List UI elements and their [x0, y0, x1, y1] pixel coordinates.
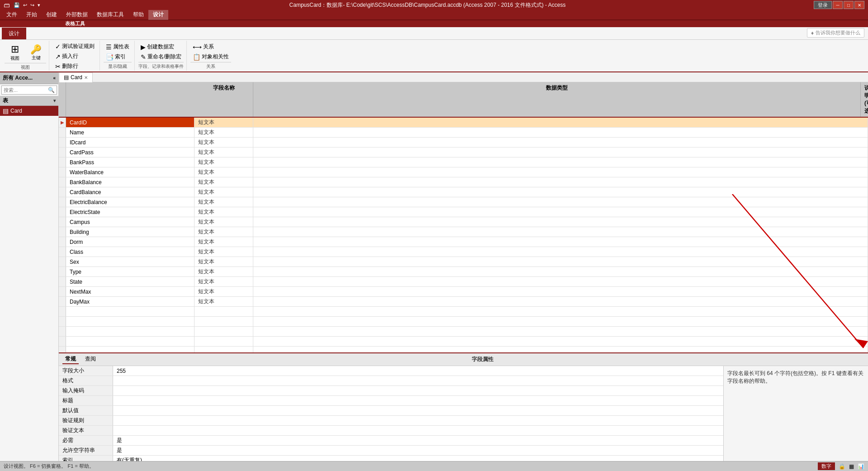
- field-name-cell[interactable]: [66, 317, 194, 326]
- field-name-cell[interactable]: Campus: [66, 217, 194, 227]
- field-name-cell[interactable]: Building: [66, 227, 194, 237]
- table-row[interactable]: Type 短文本: [59, 267, 868, 277]
- table-row-empty[interactable]: [59, 337, 868, 347]
- table-row[interactable]: Campus 短文本: [59, 217, 868, 227]
- data-type-cell[interactable]: 短文本: [194, 128, 253, 137]
- table-row[interactable]: ElectricState 短文本: [59, 207, 868, 217]
- create-macro-button[interactable]: ▶ 创建数据宏: [138, 42, 184, 52]
- nav-search-box[interactable]: 🔍: [1, 86, 57, 95]
- field-name-cell[interactable]: BankBalance: [66, 177, 194, 187]
- object-dependencies-button[interactable]: 📋 对象相关性: [190, 52, 231, 62]
- data-type-cell[interactable]: 短文本: [194, 138, 253, 147]
- table-row-empty[interactable]: [59, 307, 868, 317]
- table-row[interactable]: ElectricBalance 短文本: [59, 197, 868, 207]
- close-button[interactable]: ✕: [854, 1, 864, 9]
- data-type-cell[interactable]: [194, 327, 253, 336]
- undo-quick-btn[interactable]: ↩: [22, 1, 28, 9]
- table-row-empty[interactable]: [59, 317, 868, 327]
- table-body[interactable]: ▶ CardID 短文本 Name 短文本 IDcard 短文本: [59, 118, 868, 352]
- desc-cell[interactable]: [253, 307, 868, 316]
- qa-dropdown-btn[interactable]: ▾: [37, 1, 41, 9]
- minimize-button[interactable]: ─: [833, 1, 843, 9]
- data-type-cell[interactable]: 短文本: [194, 237, 253, 247]
- document-tab-card[interactable]: ▤ Card ✕: [59, 72, 93, 82]
- menu-help[interactable]: 帮助: [128, 10, 148, 20]
- table-row[interactable]: NextMax 短文本: [59, 287, 868, 297]
- desc-cell[interactable]: [253, 267, 868, 276]
- table-row[interactable]: CardPass 短文本: [59, 147, 868, 157]
- field-name-cell[interactable]: WaterBalance: [66, 167, 194, 177]
- nav-section-collapse-icon[interactable]: ▾: [53, 98, 56, 103]
- redo-quick-btn[interactable]: ↪: [29, 1, 35, 9]
- data-type-cell[interactable]: 短文本: [194, 187, 253, 197]
- desc-cell[interactable]: [253, 147, 868, 157]
- menu-design[interactable]: 设计: [148, 10, 168, 20]
- fp-value[interactable]: [113, 376, 723, 385]
- fp-value[interactable]: [113, 406, 723, 415]
- field-name-cell[interactable]: State: [66, 277, 194, 286]
- data-type-cell[interactable]: 短文本: [194, 227, 253, 237]
- menu-external-data[interactable]: 外部数据: [62, 10, 92, 20]
- data-type-cell[interactable]: [194, 337, 253, 346]
- desc-cell[interactable]: [253, 277, 868, 286]
- table-row[interactable]: IDcard 短文本: [59, 138, 868, 147]
- table-row[interactable]: ▶ CardID 短文本: [59, 118, 868, 128]
- table-row-empty[interactable]: [59, 347, 868, 352]
- desc-cell[interactable]: [253, 217, 868, 227]
- table-row[interactable]: WaterBalance 短文本: [59, 167, 868, 177]
- field-name-cell[interactable]: NextMax: [66, 287, 194, 296]
- login-button[interactable]: 登录: [814, 1, 832, 9]
- data-type-cell[interactable]: 短文本: [194, 118, 253, 127]
- nav-header[interactable]: 所有 Acce... «: [0, 72, 58, 84]
- field-name-cell[interactable]: CardID: [66, 118, 194, 127]
- field-name-cell[interactable]: DayMax: [66, 297, 194, 306]
- data-type-cell[interactable]: 短文本: [194, 247, 253, 257]
- fp-value[interactable]: 是: [113, 436, 723, 445]
- data-type-cell[interactable]: [194, 347, 253, 352]
- desc-cell[interactable]: [253, 187, 868, 197]
- data-type-cell[interactable]: [194, 307, 253, 316]
- desc-cell[interactable]: [253, 317, 868, 326]
- search-icon[interactable]: 🔍: [46, 86, 57, 94]
- field-name-cell[interactable]: [66, 347, 194, 352]
- tell-me-input[interactable]: ♦ 告诉我你想要做什么: [807, 28, 864, 38]
- menu-db-tools[interactable]: 数据库工具: [92, 10, 128, 20]
- desc-cell[interactable]: [253, 227, 868, 237]
- field-name-cell[interactable]: [66, 327, 194, 336]
- desc-cell[interactable]: [253, 197, 868, 207]
- nav-item-card[interactable]: ▤ Card: [0, 106, 58, 116]
- primary-key-button[interactable]: 🔑 主键: [26, 42, 46, 62]
- table-row[interactable]: Sex 短文本: [59, 257, 868, 267]
- field-name-cell[interactable]: IDcard: [66, 138, 194, 147]
- view-button[interactable]: ⊞ 视图: [5, 42, 25, 63]
- desc-cell[interactable]: [253, 167, 868, 177]
- data-type-cell[interactable]: 短文本: [194, 277, 253, 286]
- field-name-cell[interactable]: ElectricState: [66, 207, 194, 217]
- desc-cell[interactable]: [253, 128, 868, 137]
- index-button[interactable]: 📑 索引: [104, 52, 132, 62]
- field-name-cell[interactable]: CardBalance: [66, 187, 194, 197]
- data-type-cell[interactable]: 短文本: [194, 147, 253, 157]
- property-sheet-button[interactable]: ☰ 属性表: [104, 42, 132, 52]
- table-row[interactable]: Name 短文本: [59, 128, 868, 138]
- search-input[interactable]: [2, 86, 46, 94]
- desc-cell[interactable]: [253, 138, 868, 147]
- data-type-cell[interactable]: 短文本: [194, 257, 253, 266]
- fp-value[interactable]: [113, 416, 723, 425]
- maximize-button[interactable]: □: [844, 1, 854, 9]
- delete-row-button[interactable]: ✂ 删除行: [53, 62, 97, 71]
- fp-tab-general[interactable]: 常规: [62, 355, 79, 364]
- field-name-cell[interactable]: ElectricBalance: [66, 197, 194, 207]
- test-validation-button[interactable]: ✓ 测试验证规则: [53, 42, 97, 51]
- field-name-cell[interactable]: [66, 337, 194, 346]
- tab-close-button[interactable]: ✕: [84, 75, 88, 80]
- fp-value[interactable]: 是: [113, 446, 723, 455]
- table-row[interactable]: Class 短文本: [59, 247, 868, 257]
- fp-value[interactable]: [113, 386, 723, 395]
- field-name-cell[interactable]: Class: [66, 247, 194, 257]
- desc-cell[interactable]: [253, 237, 868, 247]
- field-name-cell[interactable]: BankPass: [66, 157, 194, 167]
- menu-create[interactable]: 创建: [42, 10, 62, 20]
- table-row-empty[interactable]: [59, 327, 868, 337]
- fp-value[interactable]: 有(无重复): [113, 456, 723, 461]
